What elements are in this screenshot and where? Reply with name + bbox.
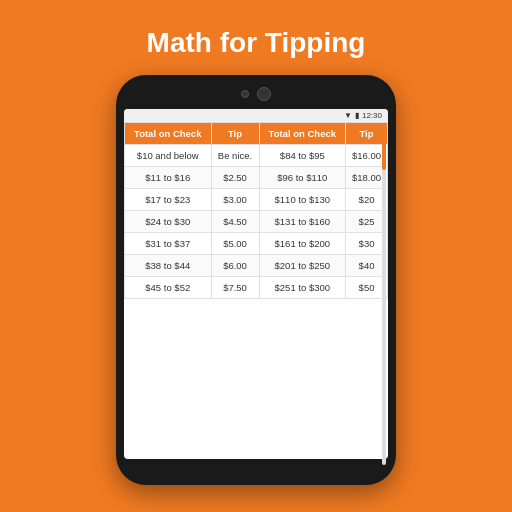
cell-col1: $10 and below xyxy=(125,145,212,167)
battery-icon: ▮ xyxy=(355,111,359,120)
page-title: Math for Tipping xyxy=(147,27,366,59)
scrollbar-track xyxy=(382,130,386,465)
cell-col1: $45 to $52 xyxy=(125,277,212,299)
header-col1: Total on Check xyxy=(125,123,212,145)
table-row: $11 to $16$2.50$96 to $110$18.00 xyxy=(125,167,388,189)
table-row: $24 to $30$4.50$131 to $160$25 xyxy=(125,211,388,233)
cell-col3: $251 to $300 xyxy=(259,277,346,299)
cell-col1: $11 to $16 xyxy=(125,167,212,189)
cell-col2: Be nice. xyxy=(211,145,259,167)
cell-col1: $38 to $44 xyxy=(125,255,212,277)
cell-col3: $201 to $250 xyxy=(259,255,346,277)
table-row: $38 to $44$6.00$201 to $250$40 xyxy=(125,255,388,277)
table-row: $31 to $37$5.00$161 to $200$30 xyxy=(125,233,388,255)
signal-icon: ▼ xyxy=(344,111,352,120)
cell-col2: $5.00 xyxy=(211,233,259,255)
cell-col3: $161 to $200 xyxy=(259,233,346,255)
status-bar: ▼ ▮ 12:30 xyxy=(124,109,388,122)
scrollbar-thumb[interactable] xyxy=(382,130,386,170)
phone-screen: ▼ ▮ 12:30 Total on Check Tip Total on Ch… xyxy=(124,109,388,459)
cell-col2: $4.50 xyxy=(211,211,259,233)
cell-col2: $3.00 xyxy=(211,189,259,211)
table-row: $17 to $23$3.00$110 to $130$20 xyxy=(125,189,388,211)
cell-col1: $17 to $23 xyxy=(125,189,212,211)
cell-col2: $2.50 xyxy=(211,167,259,189)
table-header-row: Total on Check Tip Total on Check Tip xyxy=(125,123,388,145)
cell-col1: $24 to $30 xyxy=(125,211,212,233)
cell-col3: $84 to $95 xyxy=(259,145,346,167)
cell-col1: $31 to $37 xyxy=(125,233,212,255)
header-col2: Tip xyxy=(211,123,259,145)
status-icons: ▼ ▮ 12:30 xyxy=(344,111,382,120)
time-display: 12:30 xyxy=(362,111,382,120)
phone-device: ▼ ▮ 12:30 Total on Check Tip Total on Ch… xyxy=(116,75,396,485)
table-row: $45 to $52$7.50$251 to $300$50 xyxy=(125,277,388,299)
cell-col3: $110 to $130 xyxy=(259,189,346,211)
phone-top-bar xyxy=(124,87,388,101)
cell-col2: $7.50 xyxy=(211,277,259,299)
cell-col3: $96 to $110 xyxy=(259,167,346,189)
cell-col3: $131 to $160 xyxy=(259,211,346,233)
camera-icon xyxy=(241,90,249,98)
speaker-icon xyxy=(257,87,271,101)
header-col3: Total on Check xyxy=(259,123,346,145)
table-row: $10 and belowBe nice.$84 to $95$16.00 xyxy=(125,145,388,167)
tip-table: Total on Check Tip Total on Check Tip $1… xyxy=(124,122,388,299)
cell-col2: $6.00 xyxy=(211,255,259,277)
